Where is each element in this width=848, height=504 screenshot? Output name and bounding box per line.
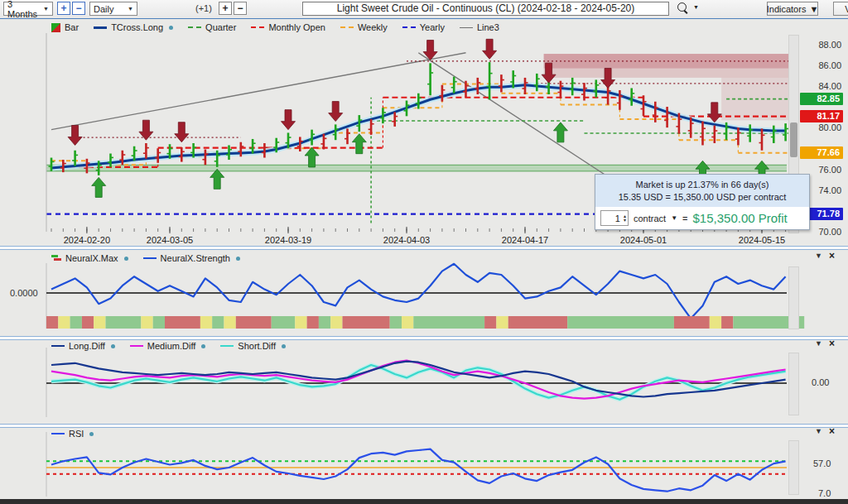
- trading-app-window: 3 Months ▼ + − Daily ▼ (+1) + − Light Sw…: [0, 0, 848, 504]
- line-series-icon: [220, 345, 234, 347]
- legend-item-quarter[interactable]: Quarter: [188, 22, 236, 32]
- range-select[interactable]: 3 Months ▼: [3, 2, 53, 16]
- dashed-line-icon: [251, 26, 264, 28]
- quantity-stepper[interactable]: 1 ▴▾: [600, 210, 629, 226]
- legend-label: Line3: [477, 22, 499, 32]
- search-icon: [677, 2, 687, 12]
- rsi-panel-canvas[interactable]: [0, 424, 848, 499]
- tooltip-line2: 15.35 USD = 15,350.00 USD per contract: [599, 191, 806, 204]
- dashed-line-icon: [402, 26, 416, 28]
- legend-item-rsi[interactable]: RSI: [51, 429, 94, 439]
- price-tick-label: 70.00: [805, 227, 841, 237]
- line-series-icon: [51, 433, 65, 434]
- tooltip-text: Market is up 21.37% in 66 day(s) 15.35 U…: [595, 175, 809, 207]
- panel-close-button[interactable]: ×: [829, 252, 835, 260]
- series-settings-dot-icon[interactable]: [282, 344, 286, 348]
- legend-label: Quarter: [205, 22, 236, 32]
- chevron-down-icon[interactable]: ▼: [671, 214, 677, 222]
- line-series-icon: [143, 257, 157, 259]
- bar-series-icon: [51, 23, 60, 32]
- profit-value: $15,350.00 Profit: [693, 211, 788, 225]
- diff-panel-scrollbar[interactable]: [788, 353, 799, 415]
- panel-close-button[interactable]: ×: [829, 428, 835, 435]
- x-axis-date-label: 2024-02-20: [64, 235, 110, 245]
- legend-item-line3[interactable]: Line3: [460, 22, 499, 32]
- tooltip-line1: Market is up 21.37% in 66 day(s): [599, 179, 806, 191]
- legend-label: Bar: [65, 22, 79, 32]
- rsi-panel-scrollbar[interactable]: [788, 440, 799, 495]
- legend-item-bar[interactable]: Bar: [51, 22, 79, 32]
- position-summary-tooltip: Market is up 21.37% in 66 day(s) 15.35 U…: [595, 174, 810, 230]
- stepper-down-icon[interactable]: ▾: [624, 218, 626, 223]
- panel-divider[interactable]: [0, 424, 848, 428]
- main-chart-legend: Bar TCross.Long Quarter Monthly Open Wee…: [51, 22, 499, 32]
- legend-item-neuralx-strength[interactable]: NeuralX.Strength: [143, 253, 240, 263]
- legend-label: NeuralX.Strength: [161, 253, 230, 263]
- range-select-value: 3 Months: [7, 0, 39, 19]
- panel-close-button[interactable]: ×: [829, 340, 835, 348]
- legend-label: RSI: [69, 429, 84, 439]
- quantity-value: 1: [601, 214, 622, 223]
- series-settings-dot-icon[interactable]: [169, 26, 173, 30]
- interval-select-value: Daily: [94, 4, 113, 14]
- x-axis-date-label: 2024-03-19: [265, 235, 311, 245]
- view-button[interactable]: View: [833, 2, 848, 16]
- legend-label: Yearly: [420, 22, 445, 32]
- series-settings-dot-icon[interactable]: [124, 257, 128, 261]
- interval-select[interactable]: Daily ▼: [89, 2, 137, 16]
- series-settings-dot-icon[interactable]: [111, 344, 115, 348]
- chevron-down-icon: ▼: [809, 4, 818, 14]
- stepper-arrows[interactable]: ▴▾: [622, 214, 628, 223]
- legend-label: Weekly: [358, 22, 388, 32]
- symbol-title-box[interactable]: Light Sweet Crude Oil - Continuous (CL) …: [302, 2, 669, 16]
- legend-item-monthly-open[interactable]: Monthly Open: [251, 22, 325, 32]
- series-settings-dot-icon[interactable]: [201, 344, 205, 348]
- price-level-badge: 81.17: [800, 110, 843, 122]
- symbol-search-button[interactable]: ▼: [677, 2, 699, 12]
- zoom-in-button[interactable]: +: [219, 2, 232, 15]
- neuralx-panel-scrollbar[interactable]: [788, 266, 799, 329]
- chevron-down-icon: ▼: [693, 4, 699, 10]
- series-settings-dot-icon[interactable]: [236, 257, 240, 261]
- price-level-badge: 82.85: [800, 93, 843, 105]
- panel-collapse-button[interactable]: ▼: [815, 339, 822, 348]
- x-axis-date-label: 2024-05-01: [620, 235, 667, 245]
- range-zoom-in-button[interactable]: +: [57, 2, 70, 15]
- x-axis-date-label: 2024-03-05: [147, 235, 193, 245]
- window-bottom-edge: [0, 499, 848, 504]
- toolbar: 3 Months ▼ + − Daily ▼ (+1) + − Light Sw…: [0, 0, 848, 19]
- legend-label: Short.Diff: [238, 341, 276, 351]
- price-tick-label: 84.00: [805, 81, 841, 91]
- panel-collapse-button[interactable]: ▼: [815, 427, 822, 435]
- line-series-icon: [130, 345, 143, 347]
- x-axis-date-label: 2024-05-15: [739, 235, 785, 245]
- price-tick-label: 86.00: [805, 60, 841, 70]
- price-tick-label: 80.00: [805, 122, 841, 132]
- panel-collapse-button[interactable]: ▼: [815, 252, 822, 260]
- legend-item-yearly[interactable]: Yearly: [402, 22, 445, 32]
- legend-label: TCross.Long: [111, 22, 163, 32]
- zoom-out-button[interactable]: −: [234, 2, 247, 15]
- legend-label: Medium.Diff: [147, 341, 195, 351]
- rsi-panel-controls: ▼ ×: [815, 427, 835, 435]
- legend-item-medium-diff[interactable]: Medium.Diff: [130, 341, 205, 351]
- series-settings-dot-icon[interactable]: [89, 432, 94, 436]
- legend-item-short-diff[interactable]: Short.Diff: [220, 341, 286, 351]
- legend-item-weekly[interactable]: Weekly: [340, 22, 388, 32]
- rsi-panel-legend: RSI: [51, 429, 94, 439]
- x-axis-date-label: 2024-04-03: [383, 235, 430, 245]
- panel-divider[interactable]: [0, 246, 848, 250]
- rsi-low-tick-label: 7.0: [818, 488, 831, 498]
- neuralx-panel-legend: NeuralX.Max NeuralX.Strength: [51, 253, 240, 263]
- x-axis-date-label: 2024-04-17: [502, 235, 548, 245]
- scrollbar-thumb[interactable]: [790, 122, 797, 157]
- indicators-button[interactable]: Indicators ▼: [767, 2, 818, 16]
- indicators-button-label: Indicators: [767, 4, 807, 14]
- legend-item-tcross-long[interactable]: TCross.Long: [94, 22, 173, 32]
- line-series-icon: [51, 345, 65, 347]
- panel-divider[interactable]: [0, 336, 848, 340]
- chevron-down-icon: ▼: [128, 6, 133, 12]
- legend-item-long-diff[interactable]: Long.Diff: [51, 341, 115, 351]
- range-zoom-out-button[interactable]: −: [72, 2, 85, 15]
- legend-item-neuralx-max[interactable]: NeuralX.Max: [51, 253, 128, 263]
